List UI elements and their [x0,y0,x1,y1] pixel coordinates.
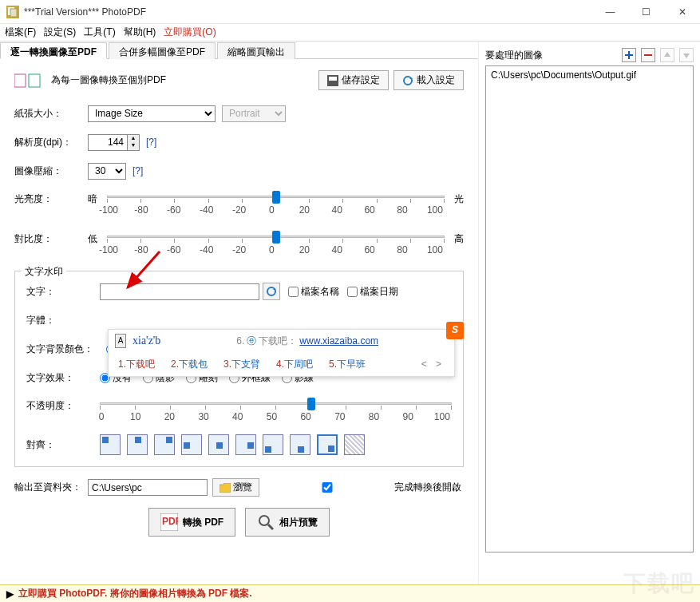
maximize-button[interactable]: ☐ [628,0,664,23]
align-tc[interactable] [127,434,148,455]
mode-description: 為每一圖像轉換至個別PDF [51,73,314,87]
contrast-thumb[interactable] [272,231,280,244]
convert-label: 轉換 PDF [183,516,223,529]
tab-convert-individually[interactable]: 逐一轉換圖像至PDF [0,42,107,59]
refresh-icon [266,286,277,297]
save-settings-label: 儲存設定 [342,73,380,87]
paper-size-label: 紙張大小： [14,107,88,121]
ime-font-button[interactable]: A [115,334,126,348]
add-file-button[interactable] [622,48,636,62]
paper-size-select[interactable]: Image Size [88,105,216,122]
ime-cand-3[interactable]: 3.下支臂 [223,358,260,371]
save-settings-button[interactable]: 儲存設定 [318,70,389,90]
dpi-spinner[interactable]: ▲▼ [128,134,140,151]
menu-tools[interactable]: 工具(T) [84,26,115,39]
output-folder-input[interactable] [88,479,208,496]
align-tl[interactable] [100,434,121,455]
brightness-high-label: 光 [445,191,464,206]
menu-file[interactable]: 檔案(F) [5,26,36,39]
svg-rect-6 [329,77,337,81]
align-ml[interactable] [181,434,202,455]
contrast-high-label: 高 [445,231,464,246]
filelist-title: 要處理的圖像 [485,49,617,62]
ime-cand-2[interactable]: 2.下载包 [171,358,208,371]
cb-filename[interactable]: 檔案名稱 [288,285,339,299]
minimize-button[interactable]: — [592,0,628,23]
wm-text-label: 文字： [26,285,100,299]
wm-opacity-slider[interactable]: 0102030405060708090100 [100,398,452,423]
browse-button[interactable]: 瀏覽 [212,478,259,497]
compression-select[interactable]: 30 [88,163,126,180]
arrow-up-icon [662,50,672,60]
ime-cand-4[interactable]: 4.下周吧 [276,358,313,371]
ime-composition: xia'z'b [132,335,160,347]
file-list-item[interactable]: C:\Users\pc\Documents\Output.gif [491,69,688,81]
menu-settings[interactable]: 設定(S) [44,26,76,39]
svg-rect-4 [29,74,40,87]
align-mc[interactable] [208,434,229,455]
save-icon [327,75,338,86]
pdf-icon: PDF [160,513,178,531]
wm-effect-label: 文字效果： [26,371,100,385]
arrow-down-icon [682,50,691,60]
svg-rect-3 [14,74,26,87]
ime-page-nav[interactable]: < > [421,358,445,370]
cb-filedate[interactable]: 檔案日期 [347,285,398,299]
ime-cand-5[interactable]: 5.下早班 [329,358,366,371]
wm-bgcolor-label: 文字背景顏色： [26,343,106,356]
menu-buynow[interactable]: 立即購買(O) [164,26,216,39]
svg-line-12 [268,525,273,529]
wm-font-label: 字體： [26,314,100,327]
remove-file-button[interactable] [641,48,655,62]
tab-thumbnail[interactable]: 縮略圖頁輸出 [217,42,295,59]
menu-bar: 檔案(F) 設定(S) 工具(T) 幫助(H) 立即購買(O) [0,24,700,42]
contrast-label: 對比度： [14,231,88,246]
app-icon [6,6,19,18]
cb-open-after[interactable]: 完成轉換後開啟 [267,481,461,494]
dpi-input[interactable] [88,134,128,151]
align-mr[interactable] [235,434,256,455]
brightness-thumb[interactable] [272,191,280,204]
close-button[interactable]: ✕ [664,0,700,23]
move-down-button[interactable] [679,48,694,62]
align-bc[interactable] [290,434,310,455]
wm-opacity-label: 不透明度： [26,398,100,413]
magnifier-icon [257,513,275,531]
ime-cand-1[interactable]: 1.下载吧 [118,358,155,371]
orientation-select: Portrait [222,105,286,122]
footer-buy-text[interactable]: 立即購買 PhotoPDF. 將你的圖像相片轉換為 PDF 檔案. [18,587,252,600]
sogou-logo-icon: S [446,322,464,339]
svg-rect-2 [10,9,17,17]
convert-pdf-button[interactable]: PDF 轉換 PDF [148,508,235,537]
menu-help[interactable]: 幫助(H) [124,26,156,39]
tab-merge[interactable]: 合併多幅圖像至PDF [109,42,216,59]
ime-hint[interactable]: 6. ⓔ 下载吧： www.xiazaiba.com [167,335,448,348]
pages-icon [14,73,43,88]
dpi-help-link[interactable]: [?] [146,137,156,148]
align-bl[interactable] [263,434,283,455]
compression-help-link[interactable]: [?] [132,165,143,176]
annotation-arrow [120,248,168,295]
preview-label: 相片預覽 [279,516,318,529]
brightness-slider[interactable]: -100-80-60-40-20020406080100 [107,191,445,216]
file-list[interactable]: C:\Users\pc\Documents\Output.gif [485,65,694,552]
svg-line-14 [128,251,160,287]
watermark-legend: 文字水印 [22,265,66,279]
minus-icon [643,50,653,60]
output-folder-label: 輸出至資料夾： [14,481,88,494]
window-title: ***Trial Version*** PhotoPDF [24,6,592,18]
load-settings-button[interactable]: 載入設定 [394,70,464,90]
move-up-button[interactable] [660,48,674,62]
wm-reset-button[interactable] [263,283,280,300]
brightness-label: 光亮度： [14,191,88,206]
tab-bar: 逐一轉換圖像至PDF 合併多幅圖像至PDF 縮略圖頁輸出 [0,42,478,59]
preview-button[interactable]: 相片預覽 [245,508,330,537]
align-tr[interactable] [154,434,175,455]
title-bar: ***Trial Version*** PhotoPDF — ☐ ✕ [0,0,700,24]
footer-arrow-icon: ▶ [6,588,14,600]
align-tile[interactable] [344,434,365,455]
plus-icon [624,50,634,60]
compression-label: 圖像壓縮： [14,164,88,178]
align-br[interactable] [317,434,338,455]
opacity-thumb[interactable] [307,398,315,410]
